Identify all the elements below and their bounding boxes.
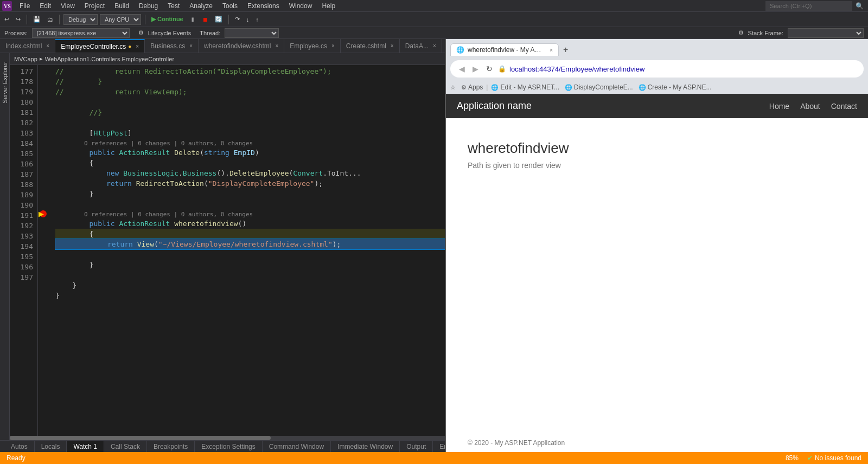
menu-debug[interactable]: Debug <box>135 1 162 11</box>
tab-close-icon[interactable]: × <box>136 43 139 49</box>
pause-btn[interactable]: ⏸ <box>188 15 198 24</box>
browser-back-btn[interactable]: ◀ <box>457 65 467 73</box>
menu-project[interactable]: Project <box>80 1 109 11</box>
step-out-btn[interactable]: ↑ <box>253 15 261 24</box>
toolbar-undo[interactable]: ↩ <box>2 15 11 24</box>
toolbar-redo[interactable]: ↪ <box>14 15 23 24</box>
site-page-subtitle: Path is given to render view <box>468 161 846 170</box>
menu-window[interactable]: Window <box>285 1 317 11</box>
tab-immediate-window[interactable]: Immediate Window <box>331 441 400 452</box>
lock-icon: 🔒 <box>498 65 506 73</box>
tab-wheretofindview[interactable]: wheretofindview.cshtml × <box>199 39 284 53</box>
gutter: ▶ <box>38 65 49 440</box>
tab-watch[interactable]: Watch 1 <box>67 441 104 452</box>
code-lines[interactable]: // return RedirectToAction("DisplayCompl… <box>49 65 445 440</box>
code-editor[interactable]: MVCapp ▸ WebApplication1.Controllers.Emp… <box>10 53 445 440</box>
step-into-btn[interactable]: ↓ <box>244 15 252 24</box>
bookmark-edit[interactable]: 🌐 Edit - My ASP.NET... <box>489 83 561 92</box>
menu-tools[interactable]: Tools <box>218 1 242 11</box>
code-line-178: // } <box>55 76 445 87</box>
debug-config-select[interactable]: Debug <box>63 14 98 25</box>
tab-output[interactable]: Output <box>400 441 433 452</box>
display-favicon: 🌐 <box>565 84 572 91</box>
stack-select[interactable] <box>788 28 864 38</box>
menu-file[interactable]: File <box>15 1 34 11</box>
tab-close-icon[interactable]: × <box>331 43 335 49</box>
stack-frame-label: Stack Frame: <box>748 30 783 36</box>
process-select[interactable]: [21468] iisexpress.exe <box>32 28 130 38</box>
menu-edit[interactable]: Edit <box>35 1 55 11</box>
code-line-177: // return RedirectToAction("DisplayCompl… <box>55 66 445 76</box>
lifecycle-label: Lifecycle Events <box>148 30 191 36</box>
toolbar-save[interactable]: 💾 <box>31 15 43 24</box>
site-nav-home[interactable]: Home <box>769 102 789 111</box>
horizontal-scrollbar[interactable] <box>10 436 445 440</box>
tab-close-icon[interactable]: × <box>189 43 193 49</box>
browser-tab-close[interactable]: × <box>550 47 553 53</box>
browser-new-tab-btn[interactable]: + <box>560 44 571 56</box>
menu-extensions[interactable]: Extensions <box>243 1 284 11</box>
continue-btn[interactable]: ▶ Continue <box>149 15 186 24</box>
restart-btn[interactable]: 🔄 <box>213 15 225 24</box>
menu-view[interactable]: View <box>56 1 79 11</box>
code-line-182 <box>55 118 445 128</box>
address-input[interactable] <box>509 65 857 73</box>
bookmark-sep-1: | <box>486 83 488 91</box>
tab-dataa[interactable]: DataA... × <box>400 39 442 53</box>
menu-analyze[interactable]: Analyze <box>185 1 217 11</box>
tab-autos[interactable]: Autos <box>4 441 35 452</box>
tab-error-list[interactable]: Error List <box>433 441 445 452</box>
search-icon[interactable]: 🔍 <box>853 1 866 11</box>
code-line-183: [HttpPost] <box>55 128 445 138</box>
tab-create-cshtml[interactable]: Create.cshtml × <box>341 39 400 53</box>
tab-close-icon[interactable]: × <box>433 43 436 49</box>
tab-close-icon[interactable]: × <box>391 43 394 49</box>
site-navbar: Application name Home About Contact <box>446 94 868 118</box>
menu-build[interactable]: Build <box>110 1 133 11</box>
stop-btn[interactable]: ⏹ <box>200 15 210 24</box>
tab-employee-cs[interactable]: Employee.cs × <box>284 39 341 53</box>
search-input[interactable] <box>765 1 852 11</box>
toolbar-sep-2 <box>59 15 60 24</box>
menu-help[interactable]: Help <box>317 1 340 11</box>
tab-business-cs[interactable]: Business.cs × <box>145 39 199 53</box>
tab-breakpoints[interactable]: Breakpoints <box>147 441 195 452</box>
bookmark-apps[interactable]: ⚙ Apps <box>459 83 485 92</box>
code-line-188: } <box>55 189 445 199</box>
tab-employeecontroller[interactable]: EmployeeController.cs ● × <box>55 39 145 53</box>
step-over-btn[interactable]: ↷ <box>233 15 242 24</box>
tab-index-cshtml[interactable]: Index.cshtml × <box>0 39 55 53</box>
platform-select[interactable]: Any CPU <box>100 14 141 25</box>
code-line-191: { <box>55 229 445 239</box>
code-line-185: { <box>55 158 445 168</box>
breadcrumb-project[interactable]: MVCapp <box>14 56 37 62</box>
bookmark-create[interactable]: 🌐 Create - My ASP.NE... <box>636 83 714 92</box>
tab-close-icon[interactable]: × <box>46 43 49 49</box>
server-explorer-sidebar[interactable]: Server Explorer <box>0 53 10 440</box>
site-nav-contact[interactable]: Contact <box>831 102 857 111</box>
breadcrumb-namespace[interactable]: WebApplication1.Controllers.EmployeeCont… <box>45 56 174 62</box>
tab-exception-settings[interactable]: Exception Settings <box>195 441 262 452</box>
tab-label: Business.cs <box>150 42 185 50</box>
create-favicon: 🌐 <box>639 84 646 91</box>
tab-locals[interactable]: Locals <box>35 441 67 452</box>
zoom-level[interactable]: 85% <box>786 454 799 462</box>
scroll-thumb[interactable] <box>10 436 271 440</box>
bookmark-display[interactable]: 🌐 DisplayCompleteE... <box>563 83 635 92</box>
browser-forward-btn[interactable]: ▶ <box>470 65 481 73</box>
process-bar: Process: [21468] iisexpress.exe ⚙ Lifecy… <box>0 27 868 39</box>
site-footer: © 2020 - My ASP.NET Application <box>468 439 565 447</box>
site-nav-about[interactable]: About <box>800 102 820 111</box>
ready-status: Ready <box>7 454 25 462</box>
thread-select[interactable] <box>225 28 279 38</box>
server-explorer-label[interactable]: Server Explorer <box>1 57 9 107</box>
toolbar-save-all[interactable]: 🗂 <box>45 15 55 24</box>
browser-reload-btn[interactable]: ↻ <box>484 65 495 73</box>
code-content[interactable]: 177 178 179 180 181 182 183 184 185 186 … <box>10 65 445 440</box>
code-line-197: } <box>55 291 445 301</box>
tab-command-window[interactable]: Command Window <box>263 441 331 452</box>
tab-call-stack[interactable]: Call Stack <box>104 441 147 452</box>
menu-test[interactable]: Test <box>163 1 184 11</box>
browser-active-tab[interactable]: 🌐 wheretofindview - My ASP.NET A... × <box>450 43 559 56</box>
tab-close-icon[interactable]: × <box>275 43 278 49</box>
